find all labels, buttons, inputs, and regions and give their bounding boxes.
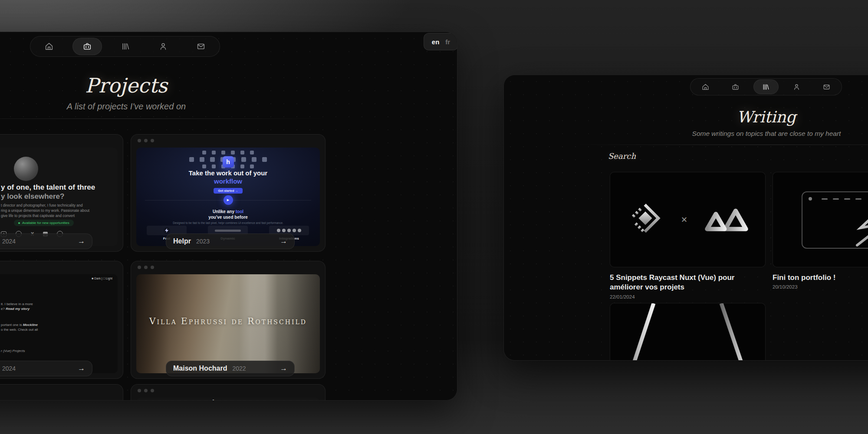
writing-window: Writing Some writings on topics that are… [503,75,868,361]
nav-contact[interactable] [187,38,215,55]
library-icon [762,83,770,91]
helpr-heading: Take the work out of your [136,169,320,177]
page-subtitle: Some writings on topics that are close t… [504,130,868,138]
helpr-tagline-1: Unlike any tool [136,209,320,214]
helpr-logo: h [223,156,234,168]
portfolio-preview: y of one, the talent of three y look els… [0,148,118,246]
post-card-raycast-nuxt[interactable]: × 5 Snippets Raycast Nuxt (Vue) pour amé… [610,172,766,299]
play-button[interactable]: ▶ [224,195,233,205]
arrow-icon[interactable]: → [280,237,287,246]
briefcase-icon [731,83,740,91]
arrow-icon[interactable]: → [280,364,287,373]
window-dots [138,139,154,142]
portfolio-heading-2: y look elsewhere? [1,192,64,201]
window-dots [138,266,154,269]
portfolio-body-3: give life to projects that captivate and… [1,214,75,218]
card-footer[interactable]: Maison Hochard 2022 → [166,361,295,376]
helpr-description: Designed to be fast to the last pixel, h… [136,221,320,224]
nav-writing[interactable] [111,38,140,55]
nav-about[interactable] [784,80,809,94]
project-card-maison[interactable]: Villa Ephrussi de Rothschild Maison Hoch… [131,261,326,379]
project-card-story[interactable]: ■ Dark | □ Light it. I believe in a more… [0,261,123,379]
helpr-tagline-2: you've used before [136,215,320,220]
desktop-background: en fr Projects A list of projects I've w… [0,0,868,434]
person-icon [158,42,168,51]
post-image [773,172,868,267]
availability-label: Available for new opportunities [22,221,69,225]
story-line-3: portant one is Mockline [1,323,38,327]
lang-en[interactable]: en [432,38,440,46]
nav-projects[interactable] [72,38,102,55]
avatar [14,157,38,181]
story-line-4: o the web. Check out all [1,328,38,332]
library-icon [121,42,130,51]
project-name: Maison Hochard [173,365,227,372]
whats-new-title: What's New [136,398,320,401]
page-title: Projects [0,74,457,97]
availability-badge: Available for new opportunities [14,220,74,226]
post-date: 22/01/2024 [610,294,766,299]
project-year: 2024 [2,238,16,245]
language-switcher: en fr [424,33,457,50]
helpr-heading-accent: workflow [136,178,320,185]
arrow-icon[interactable]: → [78,364,85,373]
story-line-5: r (Vue) Projects [1,349,25,353]
card-footer[interactable]: Helpr 2023 → [166,233,295,249]
card-footer[interactable]: 2024 → [0,361,92,376]
post-image: × [610,172,766,267]
home-icon [701,83,710,91]
page-subtitle: A list of projects I've worked on [0,102,457,112]
nav-home[interactable] [694,80,718,94]
person-icon [792,83,801,91]
nav-about[interactable] [149,38,178,55]
post-title[interactable]: Fini ton portfolio ! [773,273,868,283]
project-card-whats-new[interactable]: What's New [131,384,326,401]
search-label[interactable]: Search [608,151,636,161]
project-card-clipped[interactable] [0,384,123,401]
projects-window: en fr Projects A list of projects I've w… [0,32,457,401]
nav-writing[interactable] [753,79,779,94]
story-preview: ■ Dark | □ Light it. I believe in a more… [0,274,118,373]
post-image [610,303,766,361]
story-line-2: e? Read my story [1,307,30,311]
lang-fr[interactable]: fr [445,38,450,46]
header-divider [0,118,330,119]
nav-contact[interactable] [814,80,838,94]
theme-toggle[interactable]: ■ Dark | □ Light [92,277,112,280]
nav-projects[interactable] [723,80,748,94]
nav-home[interactable] [35,38,63,55]
main-nav [690,78,842,95]
project-year: 2023 [196,238,210,245]
post-card-ladder[interactable] [610,303,766,361]
arrow-icon[interactable]: → [78,237,85,246]
project-year: 2022 [232,365,246,372]
portfolio-body-2: ring a unique dimension to my work. Pass… [1,208,89,213]
portfolio-body-1: t director and photographer, I fuse tech… [1,203,83,207]
nuxt-logo-icon [704,204,749,235]
story-line-1: it. I believe in a more [1,302,33,306]
lightning-bolt-icon [842,204,868,249]
get-started-button[interactable]: Get started → [214,188,243,194]
project-card-portfolio[interactable]: y of one, the talent of three y look els… [0,134,123,252]
post-title[interactable]: 5 Snippets Raycast Nuxt (Vue) pour améli… [610,273,757,293]
portfolio-heading-1: y of one, the talent of three [1,183,95,192]
villa-title: Villa Ephrussi de Rothschild [136,316,320,326]
window-dots [138,389,154,392]
whats-new-preview: What's New [136,398,320,401]
maison-preview: Villa Ephrussi de Rothschild [136,274,320,373]
project-card-helpr[interactable]: h Take the work out of your workflow Get… [131,134,326,252]
briefcase-icon [82,42,92,51]
project-year: 2024 [2,365,16,372]
project-name: Helpr [173,237,191,245]
x-separator-icon: × [681,214,687,226]
home-icon [44,42,54,51]
post-date: 20/10/2023 [773,284,868,289]
main-nav [30,36,220,57]
page-title: Writing [504,108,868,126]
helpr-preview: h Take the work out of your workflow Get… [136,148,320,246]
raycast-logo-icon [626,200,664,240]
post-card-portfolio[interactable]: Fini ton portfolio ! 20/10/2023 [773,172,868,289]
browser-frame-icon [802,191,868,249]
mail-icon [822,83,831,91]
card-footer[interactable]: 2024 → [0,233,92,249]
